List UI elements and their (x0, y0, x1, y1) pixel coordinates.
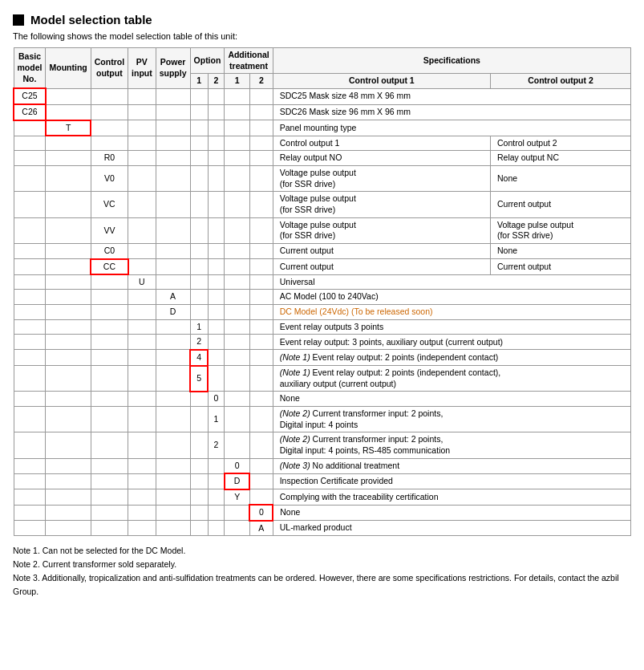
row-vc-pv (128, 192, 156, 217)
row-vc-spec1: Voltage pulse output(for SSR drive) (273, 192, 490, 217)
row-at2-a-add1 (225, 521, 250, 536)
row-opt1-2-control (91, 335, 128, 350)
row-at2-0-add1 (225, 505, 250, 521)
row-v0-spec2: None (490, 166, 630, 192)
row-at2-a-model (14, 521, 46, 536)
col-additional-treatment: Additional treatment (225, 48, 273, 74)
row-d-pv (128, 305, 156, 320)
col-option: Option (190, 48, 225, 74)
row-opt1-2-opt2 (208, 335, 225, 350)
page-title: Model selection table (13, 13, 631, 26)
row-t-opt1 (190, 120, 208, 136)
row-opt1-5-model (14, 366, 46, 392)
row-vv-pv (128, 217, 156, 243)
row-vv-add1 (225, 217, 250, 243)
row-opt2-0-add1 (225, 392, 250, 407)
row-opt1-5-control (91, 366, 128, 392)
row-at2-a-spec: UL-marked product (273, 521, 630, 536)
row-vc-spec2: Current output (490, 192, 630, 217)
row-at1-d-spec: Inspection Certificate provided (273, 473, 630, 489)
row-a-spec: AC Model (100 to 240Vac) (273, 290, 630, 305)
row-at2-0-pv (128, 505, 156, 521)
col-pv-input: PVinput (128, 48, 156, 89)
row-a-model (14, 290, 46, 305)
row-at1-y-spec: Complying with the traceability certific… (273, 489, 630, 505)
row-t-power (156, 120, 190, 136)
row-v0-power (156, 166, 190, 192)
row-opt2-1-add1 (225, 407, 250, 432)
row-opt2-1-spec: (Note 2) Current transformer input: 2 po… (273, 407, 630, 432)
row-c0-power (156, 243, 190, 258)
row-opt1-4-opt2 (208, 350, 225, 366)
row-c26-control (91, 104, 128, 120)
row-a-add2 (249, 290, 273, 305)
row-vv-control: VV (91, 217, 128, 243)
row-c26-opt1 (190, 104, 208, 120)
row-opt2-2-add1 (225, 432, 250, 458)
row-at1-y-control (91, 489, 128, 505)
row-opt1-4-add1 (225, 350, 250, 366)
row-vv-add2 (249, 217, 273, 243)
row-at2-0-mounting (46, 505, 91, 521)
row-opt1-1-control (91, 319, 128, 335)
row-c25-power (156, 88, 190, 104)
row-at1-y-mounting (46, 489, 91, 505)
row-a-add1 (225, 290, 250, 305)
row-at2-a-power (156, 521, 190, 536)
row-vv-opt1 (190, 217, 208, 243)
row-r0-mounting (46, 151, 91, 166)
row-vv-model (14, 217, 46, 243)
row-opt1-5-opt1: 5 (190, 366, 208, 392)
row-opt1-4-add2 (249, 350, 273, 366)
note-1: Note 1. Can not be selected for the DC M… (13, 544, 631, 558)
row-opt2-0-pv (128, 392, 156, 407)
row-v0-model (14, 166, 46, 192)
row-t-add1 (225, 120, 250, 136)
row-r0-spec2: Relay output NC (490, 151, 630, 166)
row-d-power: D (156, 305, 190, 320)
row-at1-0-spec: (Note 3) No additional treatment (273, 458, 630, 473)
row-opt2-0-model (14, 392, 46, 407)
row-at1-d-opt2 (208, 473, 225, 489)
row-opt2-1-mounting (46, 407, 91, 432)
row-d-control (91, 305, 128, 320)
row-opt1-4-power (156, 350, 190, 366)
row-r0-opt1 (190, 151, 208, 166)
row-opt1-4-opt1: 4 (190, 350, 208, 366)
note-2: Note 2. Current transformer sold separat… (13, 558, 631, 571)
row-u-opt1 (190, 274, 208, 290)
row-r0-power (156, 151, 190, 166)
row-a-pv (128, 290, 156, 305)
row-at1-0-control (91, 458, 128, 473)
row-vc-add1 (225, 192, 250, 217)
row-opt1-2-opt1: 2 (190, 335, 208, 350)
row-c26-spec: SDC26 Mask size 96 mm X 96 mm (273, 104, 630, 120)
row-at2-0-control (91, 505, 128, 521)
row-opt1-2-spec: Event relay output: 3 points, auxiliary … (273, 335, 630, 350)
row-u-opt2 (208, 274, 225, 290)
row-opt1-1-pv (128, 319, 156, 335)
row-cc-opt1 (190, 259, 208, 275)
col-control-output: Controloutput (91, 48, 128, 89)
col-mounting: Mounting (46, 48, 91, 89)
model-selection-table: Basicmodel No. Mounting Controloutput PV… (13, 47, 631, 536)
row-opt2-2-control (91, 432, 128, 458)
row-vc-opt2 (208, 192, 225, 217)
row-a-opt1 (190, 290, 208, 305)
row-u-pv: U (128, 274, 156, 290)
row-u-add2 (249, 274, 273, 290)
row-vc-mounting (46, 192, 91, 217)
row-opt2-0-power (156, 392, 190, 407)
col-power-supply: Powersupply (156, 48, 190, 89)
row-opt1-4-spec: (Note 1) Event relay output: 2 points (i… (273, 350, 630, 366)
row-sub-spec2: Control output 2 (490, 136, 630, 151)
row-opt1-5-spec: (Note 1) Event relay output: 2 points (i… (273, 366, 630, 392)
row-u-model (14, 274, 46, 290)
row-opt1-2-add2 (249, 335, 273, 350)
row-sub-power (156, 136, 190, 151)
row-opt1-1-opt2 (208, 319, 225, 335)
col-add-treat-1: 1 (225, 74, 250, 89)
row-opt2-2-opt1 (190, 432, 208, 458)
row-at1-d-control (91, 473, 128, 489)
row-opt1-1-spec: Event relay outputs 3 points (273, 319, 630, 335)
